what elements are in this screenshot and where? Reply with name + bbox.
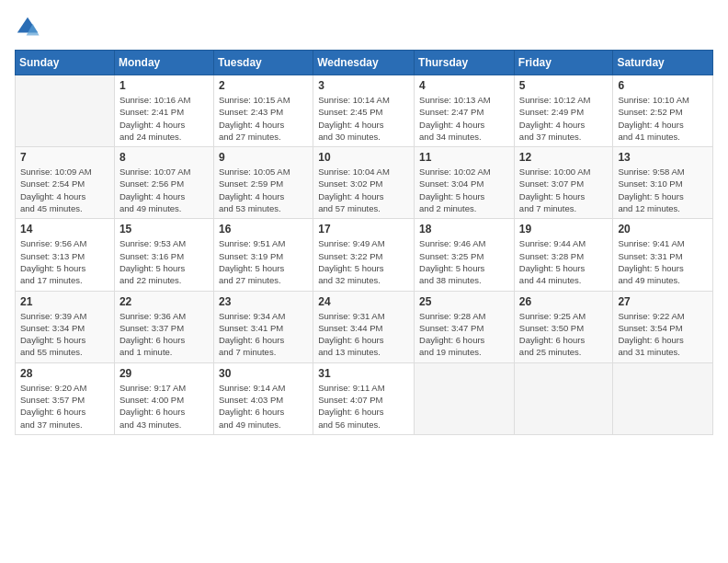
day-info: Sunrise: 10:05 AM Sunset: 2:59 PM Daylig… [219,166,308,214]
day-number: 4 [419,79,509,92]
day-info: Sunrise: 9:28 AM Sunset: 3:47 PM Dayligh… [419,310,509,359]
calendar-cell: 19Sunrise: 9:44 AM Sunset: 3:28 PM Dayli… [514,219,613,291]
calendar-cell: 25Sunrise: 9:28 AM Sunset: 3:47 PM Dayli… [415,291,515,362]
day-header-friday: Friday [514,51,613,75]
calendar-cell: 30Sunrise: 9:14 AM Sunset: 4:03 PM Dayli… [213,362,313,434]
calendar-cell: 2Sunrise: 10:15 AM Sunset: 2:43 PM Dayli… [213,75,313,147]
day-info: Sunrise: 9:31 AM Sunset: 3:44 PM Dayligh… [318,310,409,359]
day-number: 31 [318,367,409,380]
day-info: Sunrise: 10:15 AM Sunset: 2:43 PM Daylig… [219,94,308,143]
day-info: Sunrise: 9:36 AM Sunset: 3:37 PM Dayligh… [119,310,209,359]
day-header-sunday: Sunday [16,51,115,75]
day-number: 10 [318,151,409,164]
day-number: 28 [20,367,109,380]
calendar-cell: 16Sunrise: 9:51 AM Sunset: 3:19 PM Dayli… [213,219,313,291]
day-number: 3 [318,79,409,92]
day-info: Sunrise: 9:39 AM Sunset: 3:34 PM Dayligh… [20,310,109,359]
calendar-cell: 6Sunrise: 10:10 AM Sunset: 2:52 PM Dayli… [613,75,713,147]
day-number: 29 [119,367,209,380]
calendar-cell: 27Sunrise: 9:22 AM Sunset: 3:54 PM Dayli… [613,291,713,362]
day-number: 18 [419,223,509,236]
calendar-cell: 1Sunrise: 10:16 AM Sunset: 2:41 PM Dayli… [114,75,213,147]
calendar-cell: 13Sunrise: 9:58 AM Sunset: 3:10 PM Dayli… [613,147,713,219]
day-header-tuesday: Tuesday [213,51,313,75]
day-number: 8 [119,151,209,164]
week-row-5: 28Sunrise: 9:20 AM Sunset: 3:57 PM Dayli… [16,362,713,434]
calendar-cell [613,362,713,434]
day-number: 23 [219,295,308,308]
day-info: Sunrise: 10:14 AM Sunset: 2:45 PM Daylig… [318,94,409,143]
day-info: Sunrise: 10:09 AM Sunset: 2:54 PM Daylig… [20,166,109,214]
day-number: 21 [20,295,109,308]
day-number: 24 [318,295,409,308]
day-number: 15 [119,223,209,236]
day-number: 7 [20,151,109,164]
calendar-cell: 3Sunrise: 10:14 AM Sunset: 2:45 PM Dayli… [313,75,415,147]
day-info: Sunrise: 10:12 AM Sunset: 2:49 PM Daylig… [519,94,609,143]
day-info: Sunrise: 9:49 AM Sunset: 3:22 PM Dayligh… [318,237,409,286]
day-info: Sunrise: 9:25 AM Sunset: 3:50 PM Dayligh… [519,310,609,359]
day-number: 27 [618,295,708,308]
day-info: Sunrise: 9:53 AM Sunset: 3:16 PM Dayligh… [119,237,209,286]
calendar-cell [514,362,613,434]
day-info: Sunrise: 9:46 AM Sunset: 3:25 PM Dayligh… [419,237,509,286]
calendar-cell: 21Sunrise: 9:39 AM Sunset: 3:34 PM Dayli… [16,291,115,362]
day-info: Sunrise: 10:13 AM Sunset: 2:47 PM Daylig… [419,94,509,143]
day-number: 13 [618,151,708,164]
day-number: 14 [20,223,109,236]
day-info: Sunrise: 10:04 AM Sunset: 3:02 PM Daylig… [318,166,409,214]
day-info: Sunrise: 9:58 AM Sunset: 3:10 PM Dayligh… [618,166,708,214]
calendar-cell [415,362,515,434]
calendar-cell: 5Sunrise: 10:12 AM Sunset: 2:49 PM Dayli… [514,75,613,147]
day-info: Sunrise: 9:34 AM Sunset: 3:41 PM Dayligh… [219,310,308,359]
calendar-cell [16,75,115,147]
calendar-cell: 4Sunrise: 10:13 AM Sunset: 2:47 PM Dayli… [415,75,515,147]
day-info: Sunrise: 10:00 AM Sunset: 3:07 PM Daylig… [519,166,609,214]
day-info: Sunrise: 9:20 AM Sunset: 3:57 PM Dayligh… [20,382,109,431]
day-header-saturday: Saturday [613,51,713,75]
day-info: Sunrise: 10:10 AM Sunset: 2:52 PM Daylig… [618,94,708,143]
day-header-row: SundayMondayTuesdayWednesdayThursdayFrid… [16,51,713,75]
logo-icon [15,15,40,40]
calendar-cell: 8Sunrise: 10:07 AM Sunset: 2:56 PM Dayli… [114,147,213,219]
day-number: 12 [519,151,609,164]
calendar-cell: 26Sunrise: 9:25 AM Sunset: 3:50 PM Dayli… [514,291,613,362]
calendar-cell: 11Sunrise: 10:02 AM Sunset: 3:04 PM Dayl… [415,147,515,219]
day-number: 20 [618,223,708,236]
calendar-cell: 29Sunrise: 9:17 AM Sunset: 4:00 PM Dayli… [114,362,213,434]
calendar-cell: 22Sunrise: 9:36 AM Sunset: 3:37 PM Dayli… [114,291,213,362]
calendar-cell: 17Sunrise: 9:49 AM Sunset: 3:22 PM Dayli… [313,219,415,291]
day-info: Sunrise: 9:51 AM Sunset: 3:19 PM Dayligh… [219,237,308,286]
day-number: 25 [419,295,509,308]
day-number: 16 [219,223,308,236]
day-info: Sunrise: 10:02 AM Sunset: 3:04 PM Daylig… [419,166,509,214]
day-number: 11 [419,151,509,164]
calendar-cell: 31Sunrise: 9:11 AM Sunset: 4:07 PM Dayli… [313,362,415,434]
calendar-cell: 7Sunrise: 10:09 AM Sunset: 2:54 PM Dayli… [16,147,115,219]
calendar-cell: 20Sunrise: 9:41 AM Sunset: 3:31 PM Dayli… [613,219,713,291]
day-info: Sunrise: 9:56 AM Sunset: 3:13 PM Dayligh… [20,237,109,286]
calendar-cell: 24Sunrise: 9:31 AM Sunset: 3:44 PM Dayli… [313,291,415,362]
day-number: 19 [519,223,609,236]
calendar-cell: 14Sunrise: 9:56 AM Sunset: 3:13 PM Dayli… [16,219,115,291]
day-number: 5 [519,79,609,92]
day-info: Sunrise: 9:14 AM Sunset: 4:03 PM Dayligh… [219,382,308,431]
day-number: 22 [119,295,209,308]
day-number: 2 [219,79,308,92]
day-number: 9 [219,151,308,164]
header [15,15,713,40]
calendar-cell: 28Sunrise: 9:20 AM Sunset: 3:57 PM Dayli… [16,362,115,434]
day-info: Sunrise: 10:16 AM Sunset: 2:41 PM Daylig… [119,94,209,143]
calendar-cell: 9Sunrise: 10:05 AM Sunset: 2:59 PM Dayli… [213,147,313,219]
day-info: Sunrise: 9:41 AM Sunset: 3:31 PM Dayligh… [618,237,708,286]
week-row-4: 21Sunrise: 9:39 AM Sunset: 3:34 PM Dayli… [16,291,713,362]
day-number: 6 [618,79,708,92]
calendar-cell: 18Sunrise: 9:46 AM Sunset: 3:25 PM Dayli… [415,219,515,291]
day-number: 17 [318,223,409,236]
day-info: Sunrise: 9:11 AM Sunset: 4:07 PM Dayligh… [318,382,409,431]
day-number: 1 [119,79,209,92]
logo [15,15,44,40]
week-row-3: 14Sunrise: 9:56 AM Sunset: 3:13 PM Dayli… [16,219,713,291]
day-info: Sunrise: 9:22 AM Sunset: 3:54 PM Dayligh… [618,310,708,359]
day-header-thursday: Thursday [415,51,515,75]
